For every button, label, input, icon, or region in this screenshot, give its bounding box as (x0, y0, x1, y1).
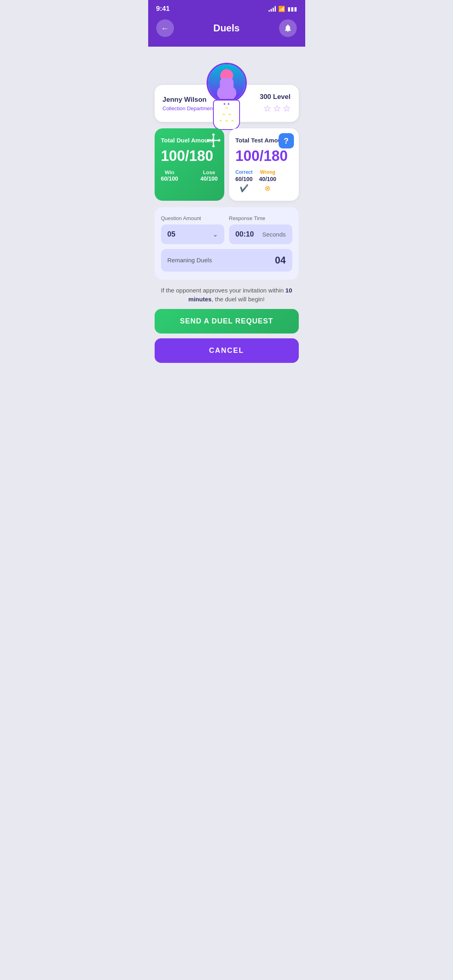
question-amount-input[interactable]: 05 ⌄ (161, 224, 224, 244)
settings-top-row: Question Amount 05 ⌄ Response Time 00:10… (161, 215, 292, 244)
person-silhouette (213, 67, 241, 99)
status-time: 9:41 (156, 5, 170, 13)
info-text: If the opponent approves your invitation… (155, 280, 299, 309)
duel-sub-row: Win 60/100 Lose 40/100 (161, 169, 218, 182)
remaining-duels-row: Remaning Duels 04 (161, 249, 292, 272)
cancel-button[interactable]: CANCEL (155, 338, 299, 363)
response-time-field: Response Time 00:10 Seconds (229, 215, 292, 244)
header-title: Duels (213, 23, 240, 34)
question-amount-field: Question Amount 05 ⌄ (161, 215, 224, 244)
duel-lose-value: 40/100 (201, 175, 218, 182)
dropdown-arrow-icon: ⌄ (213, 231, 218, 238)
bell-icon (283, 24, 292, 33)
status-icons: 📶 ▮▮▮ (269, 6, 297, 12)
test-wrong-label: Wrong (259, 169, 276, 175)
settings-panel: Question Amount 05 ⌄ Response Time 00:10… (155, 207, 299, 280)
question-amount-value: 05 (168, 230, 176, 239)
remaining-value: 04 (275, 255, 286, 266)
duel-win-value: 60/100 (161, 175, 178, 182)
duel-stats-value: 100/180 (161, 148, 218, 165)
battery-icon: ▮▮▮ (288, 6, 297, 12)
profile-card: ★★ ⌃ ⌃ ⌃ ⌃ ⌃ ⌃ (155, 85, 299, 122)
back-button[interactable]: ← (156, 19, 174, 37)
rank-badge: ★★ ⌃ ⌃ ⌃ ⌃ ⌃ ⌃ (213, 100, 240, 130)
svg-rect-2 (220, 78, 234, 90)
rank-chevrons: ⌃ ⌃ ⌃ ⌃ ⌃ ⌃ (218, 107, 235, 126)
question-amount-label: Question Amount (161, 215, 224, 221)
main-content: ★★ ⌃ ⌃ ⌃ ⌃ ⌃ ⌃ (148, 85, 305, 379)
star-2: ☆ (273, 103, 281, 114)
stats-row: Total Duel Amount 100/180 Win 60/100 Los… (155, 128, 299, 201)
avatar (207, 63, 247, 103)
response-time-input[interactable]: 00:10 Seconds (229, 224, 292, 244)
x-circle-icon: ⊗ (259, 184, 276, 193)
test-correct-value: 60/100 (236, 176, 253, 182)
star-1: ☆ (263, 103, 271, 114)
test-stats-value: 100/180 (236, 148, 292, 165)
wifi-icon: 📶 (278, 6, 285, 12)
send-duel-button[interactable]: SEND A DUEL REQUEST (155, 309, 299, 334)
status-bar: 9:41 📶 ▮▮▮ (148, 0, 305, 16)
test-correct-label: Correct (236, 169, 253, 175)
avatar-image (208, 64, 245, 101)
duel-lose-label: Lose (201, 169, 218, 175)
test-wrong-col: Wrong 40/100 ⊗ (259, 169, 276, 193)
avatar-wrapper: ★★ ⌃ ⌃ ⌃ ⌃ ⌃ ⌃ (207, 63, 247, 130)
question-icon: ? (279, 133, 294, 148)
star-3: ☆ (283, 103, 291, 114)
test-detail-row: Correct 60/100 ✔️ Wrong 40/100 ⊗ (236, 169, 292, 193)
wave-divider (148, 47, 305, 63)
test-wrong-value: 40/100 (259, 176, 276, 182)
response-time-label: Response Time (229, 215, 292, 221)
rank-stars-small: ★★ (223, 102, 230, 106)
duel-lose-item: Lose 40/100 (201, 169, 218, 182)
test-correct-col: Correct 60/100 ✔️ (236, 169, 253, 193)
response-time-unit: Seconds (262, 231, 285, 238)
response-time-bold: 10 (246, 230, 254, 238)
svg-point-7 (206, 139, 209, 142)
signal-icon (269, 6, 276, 12)
check-circle-icon: ✔️ (236, 184, 253, 193)
header: ← Duels (148, 16, 305, 47)
duel-win-item: Win 60/100 (161, 169, 178, 182)
remaining-label: Remaning Duels (168, 257, 212, 264)
notification-button[interactable] (279, 19, 297, 37)
duel-stats-card: Total Duel Amount 100/180 Win 60/100 Los… (155, 128, 224, 201)
response-time-value: 00:10 (236, 230, 254, 239)
test-stats-card: ? Total Test Amount 100/180 Correct 60/1… (229, 128, 299, 201)
duel-win-label: Win (161, 169, 178, 175)
